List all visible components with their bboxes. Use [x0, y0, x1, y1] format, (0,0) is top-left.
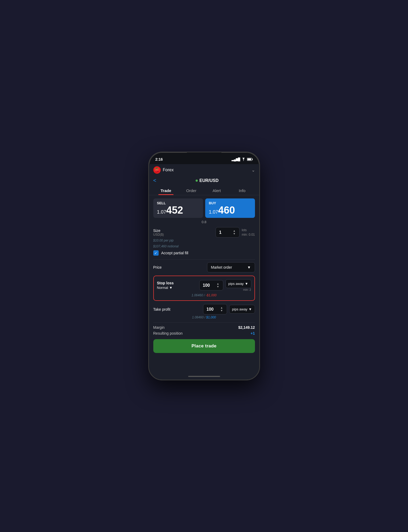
stop-loss-stepper[interactable]: ▲ ▼ [216, 282, 220, 288]
size-increment[interactable]: ▲ [232, 230, 236, 232]
nav-symbol-label: EUR/USD [199, 178, 219, 183]
stop-loss-amount: -$1,000 [206, 293, 217, 297]
dropdown-arrow-icon: ▼ [247, 265, 251, 269]
stop-loss-input[interactable]: 100 ▲ ▼ [199, 280, 223, 290]
svg-rect-2 [247, 159, 251, 160]
size-currency: USD($) [153, 233, 164, 236]
place-trade-button[interactable]: Place trade [153, 339, 255, 353]
price-row: SELL 1.07452 BUY 1.07460 [153, 198, 255, 218]
take-profit-hint: 1.08460 / $1,000 [153, 315, 255, 319]
take-profit-section: Take profit 100 ▲ ▼ [153, 304, 255, 319]
divider-1 [153, 259, 255, 260]
app-title: Forex [163, 168, 174, 172]
tab-order[interactable]: Order [179, 186, 204, 195]
stop-loss-header: Stop loss Normal ▼ 100 ▲ ▼ [157, 279, 251, 291]
main-content: SELL 1.07452 BUY 1.07460 0.8 [149, 195, 259, 373]
take-profit-row: Take profit 100 ▲ ▼ [153, 304, 255, 314]
divider-2 [153, 322, 255, 323]
size-row: Size USD($) 1 ▲ ▼ lots [153, 227, 255, 238]
size-unit-label: lots min: 0.01 [242, 228, 255, 237]
take-profit-controls: 100 ▲ ▼ pips away ▼ [203, 304, 255, 314]
signal-icon: ▂▄▆█ [232, 157, 240, 161]
app-bar-left: 🍒 Forex [153, 166, 174, 174]
spread-value: 0.8 [201, 220, 206, 224]
partial-fill-checkbox[interactable]: ✓ [153, 250, 159, 256]
margin-row: Margin $2,149.12 [153, 325, 255, 330]
buy-button[interactable]: BUY 1.07460 [205, 198, 255, 218]
stop-loss-box: Stop loss Normal ▼ 100 ▲ ▼ [153, 276, 255, 301]
size-hint2: $107,460 notional [153, 244, 255, 248]
stop-loss-controls: 100 ▲ ▼ pips away ▼ [199, 279, 251, 291]
tab-alert[interactable]: Alert [204, 186, 230, 195]
status-time: 2:16 [155, 157, 163, 161]
take-profit-amount: $1,000 [206, 315, 216, 319]
size-input-group: 1 ▲ ▼ lots min: 0.01 [216, 227, 255, 238]
home-indicator [149, 373, 259, 380]
resulting-position-value: +1 [251, 331, 255, 335]
app-bar: 🍒 Forex ⌄ [149, 164, 259, 176]
pips-arrow-icon: ▼ [245, 282, 248, 286]
take-profit-label: Take profit [153, 307, 171, 311]
svg-point-0 [243, 161, 244, 161]
resulting-position-row: Resulting position +1 [153, 331, 255, 335]
stop-loss-mode[interactable]: Normal ▼ [157, 286, 174, 290]
phone-frame: 2:16 ▂▄▆█ 🍒 Forex ⌄ [148, 152, 260, 380]
status-icons: ▂▄▆█ [232, 157, 253, 161]
stop-loss-label: Stop loss [157, 281, 174, 285]
nav-symbol: EUR/USD [159, 178, 255, 183]
battery-icon [247, 158, 253, 161]
size-hint1: $10.00 per pip [153, 239, 255, 242]
stop-loss-title-group: Stop loss Normal ▼ [157, 281, 174, 290]
nav-bar: < EUR/USD [149, 176, 259, 186]
app-logo: 🍒 [153, 166, 161, 174]
wifi-icon [241, 158, 246, 161]
chevron-down-icon[interactable]: ⌄ [252, 168, 255, 173]
svg-rect-3 [252, 159, 253, 160]
stop-loss-min: min: 2 [225, 288, 251, 291]
take-profit-arrow-icon: ▼ [249, 307, 252, 311]
price-dropdown[interactable]: Market order ▼ [207, 262, 255, 272]
back-button[interactable]: < [153, 177, 156, 184]
phone-notch [187, 152, 221, 160]
stop-loss-unit-dropdown[interactable]: pips away ▼ [225, 279, 251, 288]
nav-status-dot [196, 180, 198, 182]
size-stepper[interactable]: ▲ ▼ [232, 230, 236, 235]
size-label-group: Size USD($) [153, 228, 164, 236]
info-rows: Margin $2,149.12 Resulting position +1 [153, 325, 255, 335]
stop-loss-decrement[interactable]: ▼ [216, 285, 220, 288]
take-profit-decrement[interactable]: ▼ [220, 309, 224, 312]
stop-loss-mode-arrow: ▼ [169, 286, 172, 290]
resulting-position-label: Resulting position [153, 331, 183, 335]
partial-fill-row: ✓ Accept partial fill [153, 250, 255, 256]
screen: 🍒 Forex ⌄ < EUR/USD Trade Order Alert [149, 164, 259, 380]
partial-fill-label: Accept partial fill [161, 251, 188, 255]
tabs-bar: Trade Order Alert Info [149, 186, 259, 195]
home-bar [188, 376, 220, 377]
stop-loss-increment[interactable]: ▲ [216, 282, 220, 285]
price-row-form: Price Market order ▼ [153, 262, 255, 272]
tab-info[interactable]: Info [229, 186, 255, 195]
margin-value: $2,149.12 [238, 325, 255, 330]
size-input[interactable]: 1 ▲ ▼ [216, 227, 240, 238]
take-profit-input[interactable]: 100 ▲ ▼ [203, 304, 227, 314]
size-decrement[interactable]: ▼ [232, 232, 236, 235]
take-profit-unit-dropdown[interactable]: pips away ▼ [229, 305, 255, 314]
price-label: Price [153, 265, 162, 269]
stop-loss-hint: 1.06460 / -$1,000 [157, 293, 251, 297]
size-label: Size [153, 228, 164, 233]
tab-trade[interactable]: Trade [153, 186, 179, 195]
sell-button[interactable]: SELL 1.07452 [153, 198, 203, 218]
take-profit-stepper[interactable]: ▲ ▼ [220, 306, 224, 312]
spread-row: 0.8 [153, 220, 255, 224]
take-profit-increment[interactable]: ▲ [220, 306, 224, 309]
stop-loss-unit-group: pips away ▼ min: 2 [225, 279, 251, 291]
margin-label: Margin [153, 325, 165, 330]
